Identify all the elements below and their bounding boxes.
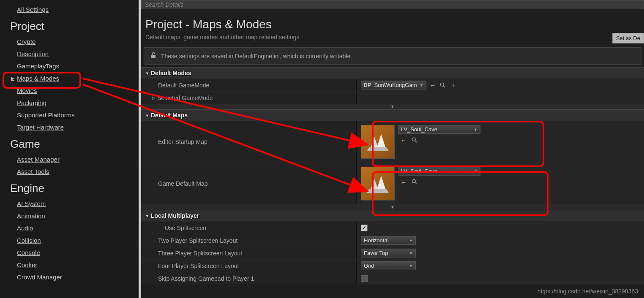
category-title: Local Multiplayer xyxy=(151,212,199,219)
category-title: Default Maps xyxy=(151,112,188,119)
category-default-modes[interactable]: ▾Default Modes xyxy=(141,67,644,79)
dropdown-editor-startup-map[interactable]: LV_Soul_Cave▼ xyxy=(398,125,480,134)
arrow-left-icon[interactable]: ← xyxy=(400,178,407,186)
sidebar-item-ai-system[interactable]: AI System xyxy=(0,198,139,210)
arrow-left-icon[interactable]: ← xyxy=(429,81,437,89)
triangle-right-icon: ▷ xyxy=(152,95,156,100)
triangle-down-icon: ▾ xyxy=(146,113,148,118)
unlock-icon xyxy=(150,52,157,60)
sidebar-item-asset-tools[interactable]: Asset Tools xyxy=(0,165,139,178)
sidebar-item-asset-manager[interactable]: Asset Manager xyxy=(0,153,139,165)
map-thumbnail[interactable] xyxy=(361,125,395,159)
sidebar-item-packaging[interactable]: Packaging xyxy=(0,97,139,109)
sidebar-item-animation[interactable]: Animation xyxy=(0,210,139,222)
label-game-default-map: Game Default Map xyxy=(141,163,357,204)
main-panel: Search Details Project - Maps & Modes De… xyxy=(141,0,644,298)
sidebar-item-gameplaytags[interactable]: GameplayTags xyxy=(0,60,139,72)
triangle-right-icon: ▶ xyxy=(11,76,16,81)
svg-line-11 xyxy=(415,183,417,184)
svg-point-10 xyxy=(412,179,415,183)
svg-marker-4 xyxy=(367,147,389,151)
search-icon[interactable] xyxy=(411,136,418,144)
search-details-input[interactable]: Search Details xyxy=(141,0,644,9)
sidebar-item-collision[interactable]: Collision xyxy=(0,234,139,247)
dropdown-three-player-layout[interactable]: Favor Top▼ xyxy=(361,249,416,257)
label-default-gamemode: Default GameMode xyxy=(141,79,357,91)
label-two-player-layout: Two Player Splitscreen Layout xyxy=(141,234,357,247)
chevron-down-icon: ▼ xyxy=(474,127,478,132)
dropdown-value: LV_Soul_Cave xyxy=(401,126,437,133)
page-subtitle: Default maps, game modes and other map r… xyxy=(141,34,644,45)
checkbox-skip-gamepad[interactable] xyxy=(361,275,368,282)
dropdown-default-gamemode[interactable]: BP_SunWuKongGam▼ xyxy=(361,81,426,89)
map-thumbnail[interactable] xyxy=(361,167,395,200)
sidebar-item-crowd-manager[interactable]: Crowd Manager xyxy=(0,271,139,283)
chevron-down-icon: ▼ xyxy=(420,83,423,87)
chevron-down-icon: ▼ xyxy=(474,169,478,173)
label-three-player-layout: Three Player Splitscreen Layout xyxy=(141,247,357,259)
arrow-left-icon[interactable]: ← xyxy=(400,136,407,144)
chevron-down-icon: ▼ xyxy=(409,264,413,268)
dropdown-four-player-layout[interactable]: Grid▼ xyxy=(361,261,416,270)
dropdown-value: Grid xyxy=(364,263,374,269)
svg-point-5 xyxy=(412,138,415,141)
svg-line-1 xyxy=(444,86,445,87)
sidebar-item-supported-platforms[interactable]: Supported Platforms xyxy=(0,109,139,121)
search-icon[interactable] xyxy=(439,81,447,89)
sidebar-item-label: Maps & Modes xyxy=(17,75,59,82)
watermark-text: https://blog.csdn.net/weixin_38298363 xyxy=(538,288,638,295)
sidebar-section-engine: Engine xyxy=(0,178,139,198)
notice-text: These settings are saved in DefaultEngin… xyxy=(161,53,352,60)
sidebar-item-description[interactable]: Description xyxy=(0,48,139,60)
svg-marker-3 xyxy=(377,134,385,147)
settings-sidebar: All Settings Project Crypto Description … xyxy=(0,0,141,298)
triangle-down-icon: ▾ xyxy=(146,214,148,218)
category-default-maps[interactable]: ▾Default Maps xyxy=(141,109,644,121)
label-editor-startup-map: Editor Startup Map xyxy=(141,121,357,163)
set-as-default-button[interactable]: Set as De xyxy=(612,33,644,43)
svg-marker-9 xyxy=(367,189,389,193)
sidebar-item-maps-modes[interactable]: ▶Maps & Modes xyxy=(0,72,139,84)
sidebar-item-cooker[interactable]: Cooker xyxy=(0,259,139,271)
svg-marker-7 xyxy=(371,179,378,189)
sidebar-section-game: Game xyxy=(0,133,139,153)
sidebar-item-movies[interactable]: Movies xyxy=(0,84,139,97)
svg-point-0 xyxy=(440,83,444,86)
page-title: Project - Maps & Modes xyxy=(141,14,644,34)
sidebar-item-console[interactable]: Console xyxy=(0,247,139,259)
plus-icon[interactable]: ＋ xyxy=(449,81,457,89)
sidebar-all-settings[interactable]: All Settings xyxy=(0,3,139,16)
chevron-down-icon: ▼ xyxy=(409,238,413,243)
ini-notice: These settings are saved in DefaultEngin… xyxy=(144,47,641,65)
svg-marker-8 xyxy=(377,176,385,189)
dropdown-value: Horizontal xyxy=(364,237,389,244)
expand-down-icon[interactable]: ▼ xyxy=(141,204,644,210)
sidebar-item-audio[interactable]: Audio xyxy=(0,222,139,234)
svg-line-6 xyxy=(415,141,417,143)
label-use-splitscreen: Use Splitscreen xyxy=(141,222,357,234)
category-title: Default Modes xyxy=(151,70,191,76)
sidebar-item-target-hardware[interactable]: Target Hardware xyxy=(0,121,139,133)
sidebar-section-project: Project xyxy=(0,16,139,35)
dropdown-value: BP_SunWuKongGam xyxy=(364,82,417,88)
search-icon[interactable] xyxy=(411,178,418,186)
triangle-down-icon: ▾ xyxy=(146,71,148,76)
row-label-text: Selected GameMode xyxy=(157,95,213,101)
dropdown-game-default-map[interactable]: LV_Soul_Cave▼ xyxy=(398,167,480,176)
category-local-multiplayer[interactable]: ▾Local Multiplayer xyxy=(141,210,644,221)
dropdown-two-player-layout[interactable]: Horizontal▼ xyxy=(361,236,416,245)
label-four-player-layout: Four Player Splitscreen Layout xyxy=(141,260,357,272)
svg-marker-2 xyxy=(371,137,378,147)
expand-down-icon[interactable]: ▼ xyxy=(141,104,644,109)
dropdown-value: LV_Soul_Cave xyxy=(401,168,437,174)
label-skip-gamepad: Skip Assigning Gamepad to Player 1 xyxy=(141,272,357,284)
dropdown-value: Favor Top xyxy=(364,250,388,256)
sidebar-item-crypto[interactable]: Crypto xyxy=(0,35,139,48)
checkbox-use-splitscreen[interactable]: ✔ xyxy=(361,225,368,231)
label-selected-gamemode[interactable]: ▷Selected GameMode xyxy=(141,92,357,104)
chevron-down-icon: ▼ xyxy=(409,251,413,255)
